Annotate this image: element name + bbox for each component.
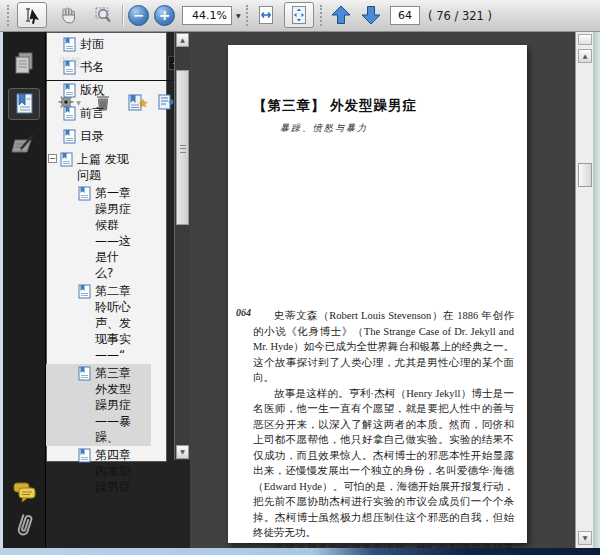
select-tool-icon — [23, 6, 42, 25]
bookmark-item-part1[interactable]: − 上篇 发现问题 — [46, 150, 151, 184]
bookmark-item-cover[interactable]: 封面 — [46, 35, 151, 58]
previous-page-button[interactable] — [326, 2, 356, 28]
bookmark-item-title[interactable]: 书名 — [46, 58, 151, 81]
main-area: 书签 ◀ ▼ — [0, 32, 600, 548]
bookmark-item-preface[interactable]: 前言 — [46, 104, 151, 127]
hand-tool-button[interactable] — [53, 2, 83, 28]
paragraph: 史蒂文森（Robert Louis Stevenson）在 1886 年创作的小… — [253, 308, 514, 386]
bookmark-label: 版权 — [80, 82, 142, 98]
bookmark-item-chapter3-selected[interactable]: 第三章 外发型躁男症——暴躁、 — [46, 364, 151, 446]
bookmark-label: 目录 — [80, 128, 142, 144]
page-thumbnails-button[interactable] — [8, 48, 40, 80]
document-viewport: 【第三章】 外发型躁男症 暴躁、愤怒与暴力 064 史蒂文森（Robert Lo… — [190, 32, 575, 548]
navigation-rail — [3, 32, 46, 548]
window-right-edge — [593, 32, 600, 548]
fit-page-icon — [290, 5, 308, 25]
bookmark-item-chapter2[interactable]: 第二章 聆听心声、发现事实——“ — [46, 282, 151, 364]
toolbar-grip[interactable] — [320, 5, 325, 26]
scroll-up-button[interactable]: ▲ — [578, 49, 592, 63]
bookmark-label: 书名 — [80, 59, 142, 75]
scrollbar-thumb[interactable] — [578, 163, 592, 187]
bookmark-label: 上篇 发现问题 — [77, 151, 139, 183]
bookmarks-panel-button[interactable] — [8, 88, 40, 120]
bookmark-label: 第四章 内发型躁男症 — [95, 447, 137, 462]
bookmarks-list: 封面 书名 版权 前言 目录 — [46, 32, 151, 462]
bookmark-page-icon — [60, 152, 73, 167]
bookmark-page-icon — [63, 129, 76, 144]
toolbar-separator — [122, 5, 124, 26]
toolbar-grip[interactable] — [7, 5, 12, 26]
marquee-zoom-icon — [94, 6, 113, 25]
zoom-in-button[interactable]: + — [154, 5, 175, 26]
bookmark-page-icon — [63, 106, 76, 121]
fit-width-button[interactable] — [251, 2, 281, 28]
chapter-title: 【第三章】 外发型躁男症 — [253, 97, 417, 115]
comments-icon — [11, 480, 37, 504]
select-tool-button[interactable] — [17, 2, 47, 28]
paperclip-icon — [11, 511, 37, 541]
zoom-dropdown-caret[interactable]: ▼ — [236, 12, 241, 19]
marquee-zoom-button[interactable] — [88, 2, 118, 28]
arrow-down-icon — [360, 4, 382, 26]
bookmark-item-toc[interactable]: 目录 — [46, 127, 151, 150]
page-count-label: ( 76 / 321 ) — [428, 9, 492, 23]
comments-panel-button[interactable] — [8, 476, 40, 508]
attachments-panel-button[interactable] — [8, 510, 40, 542]
bookmark-label: 第三章 外发型躁男症——暴躁、 — [95, 365, 137, 445]
page-folio-number: 064 — [236, 307, 251, 318]
bookmark-page-icon — [63, 60, 76, 75]
bookmark-item-chapter1[interactable]: 第一章 躁男症候群——这是什么? — [46, 184, 151, 282]
plus-icon: + — [159, 7, 171, 23]
bookmark-label: 第二章 聆听心声、发现事实——“ — [95, 283, 137, 363]
zoom-level-field[interactable]: 44.1% — [182, 6, 232, 25]
bookmark-page-icon — [63, 37, 76, 52]
chapter-subtitle: 暴躁、愤怒与暴力 — [280, 122, 368, 135]
bookmark-label: 封面 — [80, 36, 142, 52]
bookmark-page-icon — [78, 284, 91, 299]
fit-page-button[interactable] — [284, 2, 314, 28]
body-text: 史蒂文森（Robert Louis Stevenson）在 1886 年创作的小… — [253, 308, 514, 555]
window-bottom-border — [0, 548, 600, 555]
page-number-input[interactable] — [390, 6, 420, 25]
bookmark-label: 第一章 躁男症候群——这是什么? — [95, 185, 137, 281]
bookmark-label: 前言 — [80, 105, 142, 121]
paragraph: 故事是这样的。亨利·杰柯（Henry Jekyll）博士是一名医师，他一生一直有… — [253, 386, 514, 541]
scroll-up-icon: ▲ — [583, 52, 588, 59]
bookmark-page-icon — [63, 83, 76, 98]
collapse-toggle-icon[interactable]: − — [48, 154, 57, 163]
pdf-page: 【第三章】 外发型躁男症 暴躁、愤怒与暴力 064 史蒂文森（Robert Lo… — [228, 45, 527, 543]
document-scrollbar[interactable]: ▲ ▼ — [575, 32, 593, 548]
pages-icon — [12, 51, 36, 77]
bookmark-page-icon — [78, 366, 91, 381]
zoom-out-button[interactable]: − — [128, 5, 149, 26]
bookmark-item-copyright[interactable]: 版权 — [46, 81, 151, 104]
bookmarks-icon — [12, 91, 36, 117]
fit-width-icon — [257, 5, 275, 25]
toolbar: − + 44.1% ▼ — [0, 0, 600, 32]
arrow-up-icon — [330, 4, 352, 26]
bookmark-item-chapter4[interactable]: 第四章 内发型躁男症 — [46, 446, 151, 462]
scroll-down-icon: ▼ — [583, 534, 588, 541]
scroll-down-button[interactable]: ▼ — [578, 531, 592, 545]
bookmarks-tree: 封面 书名 版权 前言 目录 — [46, 32, 167, 462]
minus-icon: − — [133, 7, 145, 23]
bookmark-page-icon — [78, 448, 91, 462]
split-view-handle[interactable] — [578, 34, 592, 45]
signatures-panel-button[interactable] — [8, 128, 40, 160]
signature-icon — [11, 132, 37, 156]
bookmark-page-icon — [78, 186, 91, 201]
next-page-button[interactable] — [356, 2, 386, 28]
bookmarks-panel: 书签 ◀ ▼ — [46, 32, 190, 548]
hand-tool-icon — [59, 6, 78, 25]
